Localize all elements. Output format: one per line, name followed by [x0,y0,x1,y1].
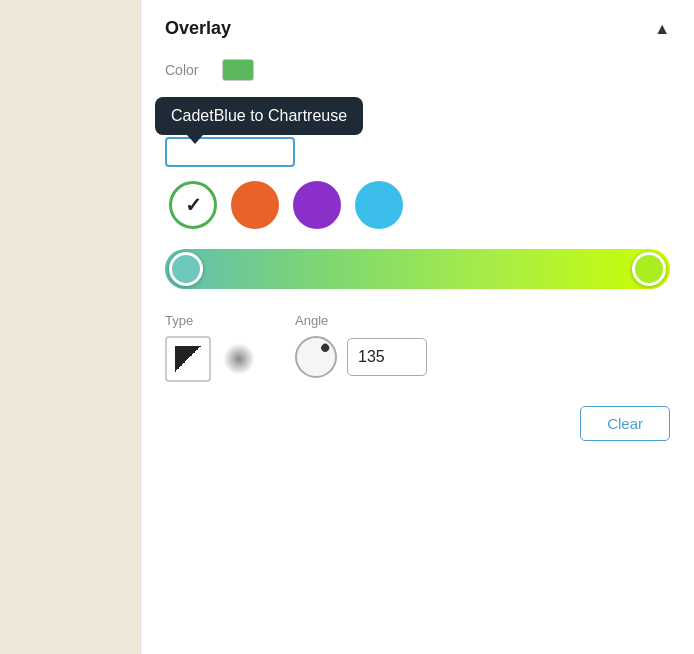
angle-section: Angle [295,313,427,378]
panel-title: Overlay [165,18,231,39]
angle-dot [320,342,331,353]
sidebar [0,0,140,654]
gradient-track[interactable] [165,249,670,289]
type-radial-button[interactable] [223,343,255,375]
type-section: Type [165,313,255,382]
checkmark-icon: ✓ [172,184,214,226]
angle-control [295,336,427,378]
color-option-orange[interactable] [231,181,279,229]
color-row: Color [165,59,670,81]
circles-row: ✓ [169,181,670,229]
angle-label: Angle [295,313,427,328]
color-option-blue[interactable] [355,181,403,229]
slider-thumb-left[interactable] [169,252,203,286]
type-label: Type [165,313,255,328]
clear-button[interactable]: Clear [580,406,670,441]
type-angle-row: Type Angle [165,313,670,382]
tooltip-box: CadetBlue to Chartreuse [155,97,363,135]
slider-thumb-right[interactable] [632,252,666,286]
type-icons [165,336,255,382]
angle-input[interactable] [347,338,427,376]
overlay-panel: Overlay ▲ Color CadetBlue to Chartreuse … [140,0,694,654]
color-text-input[interactable] [165,137,295,167]
color-label: Color [165,62,210,78]
gradient-slider-row [165,249,670,289]
collapse-icon[interactable]: ▲ [654,20,670,38]
tooltip-row: CadetBlue to Chartreuse [165,97,670,167]
color-swatch[interactable] [222,59,254,81]
angle-dial[interactable] [295,336,337,378]
color-input-bar [165,137,670,167]
panel-header: Overlay ▲ [165,18,670,39]
type-linear-icon [175,346,201,372]
color-option-green[interactable]: ✓ [169,181,217,229]
actions-row: Clear [165,406,670,441]
color-option-purple[interactable] [293,181,341,229]
type-linear-button[interactable] [165,336,211,382]
